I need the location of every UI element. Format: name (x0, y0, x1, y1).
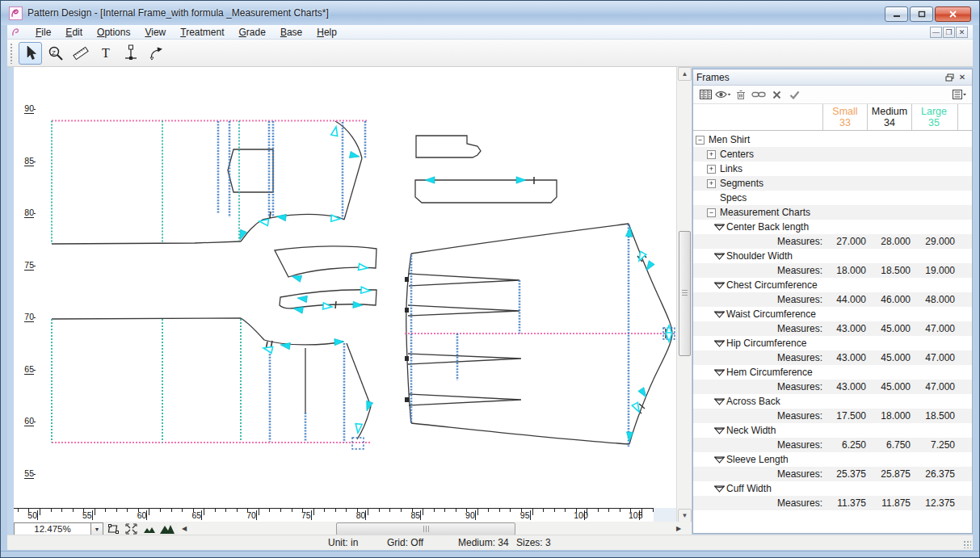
tree-item-label[interactable]: Segments (720, 178, 763, 189)
expand-icon[interactable]: + (707, 165, 716, 174)
tree-row-men-shirt[interactable]: − Men Shirt (693, 132, 972, 147)
canvas-vscrollbar[interactable]: ▲ ▼ (676, 67, 692, 522)
measure-value-large[interactable]: 47.000 (915, 381, 955, 392)
measure-value-large[interactable]: 29.000 (915, 236, 955, 247)
measurement-name[interactable]: Hip Circumference (726, 338, 806, 349)
scroll-left-button[interactable]: ◀ (178, 522, 191, 535)
link-button[interactable] (750, 87, 768, 103)
frames-panel-header[interactable]: Frames ✕ (693, 69, 972, 86)
tree-root-label[interactable]: Men Shirt (709, 134, 750, 145)
maximize-button[interactable] (910, 6, 933, 22)
measurement-row[interactable]: Chest Circumference (693, 278, 972, 292)
measure-value-large[interactable]: 18.500 (915, 410, 955, 422)
apply-button[interactable] (785, 87, 803, 103)
tree-item-label[interactable]: Measurement Charts (720, 207, 810, 218)
zoom-out-preview-button[interactable] (141, 522, 157, 536)
zoom-level-combo[interactable]: 12.475% (14, 522, 91, 536)
measure-value-large[interactable]: 12.375 (915, 497, 955, 509)
menu-base[interactable]: Base (273, 26, 309, 39)
toolbar-grip[interactable] (10, 43, 14, 64)
measure-value-small[interactable]: 43.000 (826, 381, 866, 392)
perpendicular-tool-button[interactable] (119, 42, 142, 65)
select-tool-button[interactable] (19, 42, 42, 65)
measurement-name[interactable]: Across Back (726, 396, 780, 407)
measurement-row[interactable]: Across Back (693, 394, 972, 409)
measure-value-large[interactable]: 19.000 (915, 265, 955, 276)
measure-value-medium[interactable]: 46.000 (870, 294, 911, 305)
menu-view[interactable]: View (137, 26, 173, 39)
measure-value-small[interactable]: 43.000 (826, 352, 866, 363)
scroll-right-button[interactable]: ▶ (672, 522, 685, 535)
measurement-name[interactable]: Cuff Width (726, 483, 772, 494)
measurement-name[interactable]: Sleeve Length (726, 454, 789, 465)
measurement-name[interactable]: Chest Circumference (726, 279, 818, 291)
size-col-medium[interactable]: Medium34 (868, 106, 911, 128)
measurement-row[interactable]: Shoulder Width (693, 249, 972, 263)
mdi-minimize-button[interactable]: — (930, 27, 942, 38)
hscroll-thumb[interactable] (336, 522, 515, 535)
measure-value-small[interactable]: 17.500 (826, 410, 866, 422)
delete-button[interactable] (732, 87, 750, 103)
measure-value-medium[interactable]: 28.000 (870, 236, 911, 247)
measure-value-medium[interactable]: 45.000 (870, 323, 911, 334)
measurement-name[interactable]: Hem Circumference (726, 367, 813, 378)
tree-item-label[interactable]: Specs (720, 192, 747, 203)
measure-value-large[interactable]: 26.375 (915, 468, 955, 480)
measure-value-medium[interactable]: 18.500 (870, 265, 911, 276)
tree-row-specs[interactable]: Specs (693, 191, 972, 205)
measurement-row[interactable]: Center Back length (693, 220, 972, 234)
measure-value-large[interactable]: 47.000 (915, 352, 955, 363)
measure-value-medium[interactable]: 18.000 (870, 410, 911, 422)
measure-value-large[interactable]: 48.000 (915, 294, 955, 305)
menu-help[interactable]: Help (309, 26, 344, 39)
measure-value-medium[interactable]: 11.875 (870, 497, 911, 509)
menu-treatment[interactable]: Treatment (173, 26, 231, 39)
menu-file[interactable]: File (28, 26, 58, 39)
curve-tool-button[interactable] (144, 42, 167, 65)
measure-value-small[interactable]: 25.375 (826, 468, 866, 480)
expand-icon[interactable]: + (707, 179, 716, 188)
panel-float-button[interactable] (943, 72, 956, 83)
zoom-tool-button[interactable]: Z (44, 42, 67, 65)
menu-grade[interactable]: Grade (232, 26, 273, 39)
minimize-button[interactable] (885, 6, 908, 22)
size-col-large[interactable]: Large35 (912, 106, 956, 128)
measurement-name[interactable]: Center Back length (726, 221, 809, 233)
tree-row-segments[interactable]: + Segments (693, 176, 972, 191)
zoom-in-preview-button[interactable] (159, 522, 175, 536)
visibility-button[interactable] (714, 87, 732, 103)
text-tool-button[interactable]: T (94, 42, 117, 65)
resize-grip[interactable] (963, 540, 971, 548)
canvas-hscrollbar[interactable]: ◀ ▶ (178, 522, 692, 536)
mdi-restore-button[interactable]: ❐ (943, 27, 955, 38)
remove-button[interactable] (768, 87, 785, 103)
table-view-button[interactable] (696, 87, 714, 103)
scroll-down-button[interactable]: ▼ (678, 509, 692, 522)
measurement-row[interactable]: Sleeve Length (693, 452, 972, 467)
measurement-row[interactable]: Hem Circumference (693, 365, 972, 380)
size-col-small[interactable]: Small33 (823, 106, 867, 128)
collapse-icon[interactable]: − (707, 208, 716, 217)
tree-row-measurement-charts[interactable]: − Measurement Charts (693, 205, 972, 220)
measure-value-small[interactable]: 44.000 (826, 294, 866, 305)
measure-tool-button[interactable] (69, 42, 92, 65)
measure-value-medium[interactable]: 45.000 (870, 352, 911, 363)
zoom-dropdown-button[interactable]: ▼ (91, 522, 103, 536)
measure-value-small[interactable]: 6.250 (826, 439, 866, 451)
tree-item-label[interactable]: Links (720, 163, 742, 174)
measurement-row[interactable]: Neck Width (693, 423, 972, 438)
measure-value-small[interactable]: 11.375 (826, 497, 866, 509)
vscroll-thumb[interactable] (679, 231, 691, 356)
measure-value-large[interactable]: 7.250 (915, 439, 955, 451)
measurement-row[interactable]: Hip Circumference (693, 336, 972, 350)
close-button[interactable] (935, 6, 971, 22)
tree-item-label[interactable]: Centers (720, 149, 754, 160)
pattern-canvas[interactable] (36, 67, 682, 508)
zoom-fit-button[interactable] (124, 522, 139, 536)
scroll-up-button[interactable]: ▲ (678, 67, 692, 81)
measure-value-small[interactable]: 18.000 (826, 265, 866, 276)
tree-row-centers[interactable]: + Centers (693, 147, 972, 162)
measure-value-small[interactable]: 43.000 (826, 323, 866, 334)
measurement-name[interactable]: Waist Circumference (726, 308, 816, 320)
tree-row-links[interactable]: + Links (693, 162, 972, 176)
